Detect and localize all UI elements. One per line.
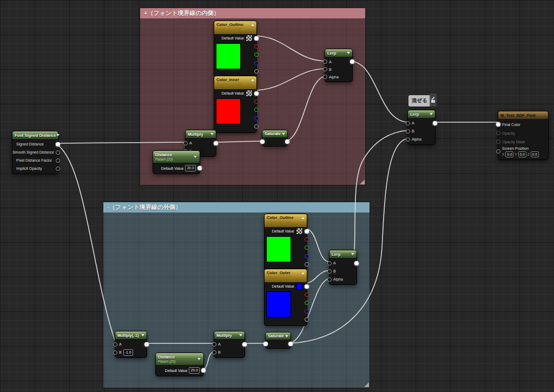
- node-header[interactable]: Multiply(,-1): [115, 331, 147, 339]
- node-color-outline-outer[interactable]: Color_Outline Param (0,1,0,0) Default Va…: [264, 214, 307, 271]
- output-pin-pixel-distance-factor[interactable]: [56, 158, 60, 163]
- default-value-input[interactable]: 20.0: [185, 165, 196, 171]
- input-pin-alpha[interactable]: [327, 277, 332, 282]
- node-multiply-neg[interactable]: Multiply(,-1) A B-1.0: [115, 331, 147, 358]
- input-pin-a[interactable]: [327, 261, 332, 265]
- output-pin-a[interactable]: [305, 317, 309, 322]
- node-header[interactable]: Distance Param (20): [156, 353, 203, 365]
- y-value-input[interactable]: 0.0: [518, 151, 526, 157]
- color-preview-red[interactable]: [216, 98, 241, 124]
- comment-box-outer[interactable]: -（フォント境界線の外側）: [103, 202, 370, 388]
- chevron-up-icon[interactable]: [251, 79, 254, 81]
- z-value-input[interactable]: 0.0: [531, 151, 539, 157]
- chevron-down-icon[interactable]: [351, 253, 354, 255]
- chevron-down-icon[interactable]: [141, 334, 144, 336]
- input-pin-a[interactable]: [183, 141, 188, 145]
- output-pin-b[interactable]: [305, 309, 309, 314]
- output-pin-rgba[interactable]: [305, 284, 309, 289]
- alpha-checker-swatch[interactable]: [296, 228, 303, 235]
- node-color-inner[interactable]: Color_Inner Param (1,0,0,0) Default Valu…: [214, 76, 257, 133]
- output-pin[interactable]: [242, 342, 247, 347]
- chevron-down-icon[interactable]: [210, 133, 214, 135]
- input-pin-b[interactable]: [323, 67, 327, 71]
- output-pin-r[interactable]: [305, 293, 309, 297]
- color-preview-blue[interactable]: [266, 291, 291, 317]
- chevron-down-icon[interactable]: [239, 334, 242, 336]
- chevron-down-icon[interactable]: [430, 113, 433, 115]
- node-header[interactable]: Color_Inner Param (1,0,0,0): [214, 76, 256, 89]
- default-value-input[interactable]: 20.0: [189, 367, 200, 374]
- chevron-down-icon[interactable]: [282, 133, 285, 135]
- comment-resize-handle[interactable]: [360, 180, 365, 184]
- alpha-checker-swatch[interactable]: [246, 90, 253, 97]
- input-pin[interactable]: [263, 342, 268, 346]
- output-pin-rgba[interactable]: [254, 91, 259, 96]
- node-header[interactable]: Font Signed Distance: [12, 131, 58, 139]
- node-header[interactable]: Color_Outline Param (0,1,0,0): [214, 21, 256, 34]
- chevron-down-icon[interactable]: [197, 358, 201, 360]
- output-pin-a[interactable]: [305, 262, 309, 267]
- output-pin-r[interactable]: [254, 99, 259, 104]
- node-color-outline-inner[interactable]: Color_Outline Param (0,1,0,0) Default Va…: [214, 21, 257, 78]
- input-pin-b[interactable]: [212, 350, 216, 355]
- output-pin[interactable]: [201, 368, 206, 373]
- node-header[interactable]: Saturate: [262, 130, 287, 137]
- node-header[interactable]: M_Test_SDF_Font: [498, 111, 548, 119]
- node-lerp-outer[interactable]: Lerp A B Alpha: [329, 250, 357, 285]
- output-pin-rgba[interactable]: [305, 229, 309, 234]
- node-header[interactable]: Color_Outer Param (0,0,1,1): [265, 269, 307, 282]
- comment-title-inner[interactable]: +（フォント境界線の内側）: [140, 8, 365, 18]
- input-pin-screen-position[interactable]: [496, 149, 500, 154]
- node-font-signed-distance[interactable]: Font Signed Distance Signed Distance Smo…: [12, 131, 58, 174]
- chevron-down-icon[interactable]: [56, 134, 60, 136]
- x-value-input[interactable]: 0.0: [505, 151, 513, 157]
- input-pin-a[interactable]: [212, 342, 216, 347]
- output-pin-a[interactable]: [254, 124, 259, 129]
- node-header[interactable]: Lerp: [329, 250, 357, 258]
- node-color-outer[interactable]: Color_Outer Param (0,0,1,1) Default Valu…: [264, 269, 307, 326]
- input-pin-b[interactable]: [327, 269, 332, 274]
- color-preview-green[interactable]: [216, 43, 241, 69]
- input-pin-alpha[interactable]: [323, 75, 327, 79]
- chevron-up-icon[interactable]: [301, 272, 305, 274]
- node-header[interactable]: Lerp: [408, 110, 435, 118]
- comment-title-outer[interactable]: -（フォント境界線の外側）: [103, 202, 370, 212]
- node-header[interactable]: Distance Param (20): [153, 151, 200, 163]
- node-header[interactable]: Saturate: [266, 333, 291, 340]
- output-pin[interactable]: [354, 261, 359, 265]
- alpha-checker-swatch[interactable]: [246, 35, 253, 42]
- output-pin-a[interactable]: [254, 69, 259, 74]
- output-pin-b[interactable]: [254, 116, 259, 121]
- node-header[interactable]: Multiply: [186, 130, 216, 138]
- input-pin-b[interactable]: [113, 350, 117, 355]
- material-graph-canvas[interactable]: { "comments": { "inner": { "title": "+（フ…: [0, 0, 554, 392]
- input-pin-alpha[interactable]: [406, 137, 410, 142]
- blue-mini-swatch[interactable]: [296, 283, 303, 290]
- input-pin[interactable]: [260, 139, 265, 144]
- output-pin[interactable]: [285, 139, 289, 144]
- color-preview-green[interactable]: [266, 236, 291, 262]
- node-header[interactable]: Color_Outline Param (0,1,0,0): [265, 214, 307, 227]
- node-multiply-outer[interactable]: Multiply A B: [214, 331, 245, 358]
- node-comment-bubble[interactable]: 混ぜる: [408, 95, 431, 107]
- node-distance-inner[interactable]: Distance Param (20) Default Value20.0: [153, 150, 200, 174]
- node-distance-outer[interactable]: Distance Param (20) Default Value20.0: [155, 353, 204, 376]
- output-pin-r[interactable]: [254, 44, 259, 49]
- output-pin[interactable]: [433, 121, 437, 125]
- output-pin[interactable]: [350, 59, 354, 64]
- input-pin-final-color[interactable]: [496, 122, 500, 127]
- input-pin-opacity[interactable]: [496, 131, 500, 135]
- node-lerp-inner[interactable]: Lerp A B Alpha: [325, 49, 353, 82]
- edit-pencil-icon[interactable]: [431, 96, 434, 99]
- b-value-input[interactable]: -1.0: [123, 349, 133, 356]
- output-pin-smooth-signed-distance[interactable]: [56, 150, 60, 155]
- input-pin-opacity-mask[interactable]: [496, 139, 500, 144]
- output-pin-b[interactable]: [254, 61, 259, 65]
- output-pin-b[interactable]: [305, 254, 309, 258]
- output-pin-rgba[interactable]: [254, 36, 259, 41]
- output-pin[interactable]: [214, 141, 218, 145]
- chevron-up-icon[interactable]: [251, 24, 254, 26]
- chevron-down-icon[interactable]: [285, 335, 288, 337]
- output-pin-implicit-opacity[interactable]: [56, 167, 60, 171]
- node-saturate-outer[interactable]: Saturate: [265, 332, 291, 349]
